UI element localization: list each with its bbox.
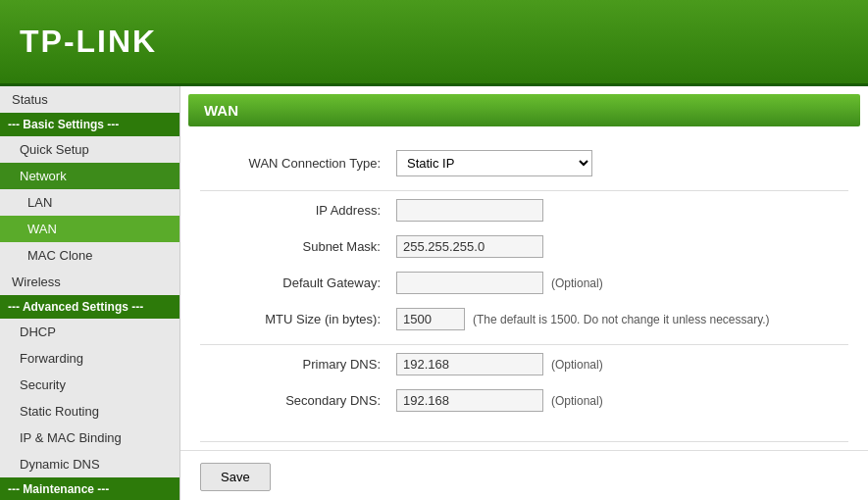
sidebar-item-wan[interactable]: WAN (0, 216, 179, 242)
secondary-dns-row: Secondary DNS: (Optional) (200, 389, 848, 412)
secondary-dns-input[interactable] (396, 389, 543, 412)
sidebar-item-security[interactable]: Security (0, 372, 179, 398)
sidebar-item-forwarding[interactable]: Forwarding (0, 345, 179, 372)
sidebar-item-status[interactable]: Status (0, 86, 179, 113)
mtu-note: (The default is 1500. Do not change it u… (473, 313, 770, 326)
default-gateway-control: (Optional) (396, 272, 603, 294)
mtu-control: (The default is 1500. Do not change it u… (396, 308, 770, 330)
sidebar-item-quick-setup[interactable]: Quick Setup (0, 136, 179, 163)
save-button[interactable]: Save (200, 463, 271, 491)
default-gateway-row: Default Gateway: (Optional) (200, 272, 848, 294)
sidebar-item-wireless[interactable]: Wireless (0, 269, 179, 295)
sidebar-section-maintenance: --- Maintenance --- (0, 477, 179, 500)
sidebar-item-lan[interactable]: LAN (0, 189, 179, 216)
default-gateway-input[interactable] (396, 272, 543, 294)
primary-dns-label: Primary DNS: (200, 357, 396, 372)
secondary-dns-label: Secondary DNS: (200, 393, 396, 408)
wan-connection-type-label: WAN Connection Type: (200, 156, 396, 171)
sidebar-item-ip-mac-binding[interactable]: IP & MAC Binding (0, 425, 179, 451)
wan-connection-type-select[interactable]: Dynamic IP Static IP PPPoE L2TP PPTP (396, 150, 592, 176)
mtu-input[interactable] (396, 308, 465, 330)
ip-address-input[interactable] (396, 199, 543, 222)
header: TP-LINK (0, 0, 868, 86)
mtu-label: MTU Size (in bytes): (200, 312, 396, 326)
tp-link-logo: TP-LINK (20, 24, 157, 60)
subnet-mask-input[interactable] (396, 235, 543, 258)
secondary-dns-control: (Optional) (396, 389, 603, 412)
sidebar-item-dhcp[interactable]: DHCP (0, 319, 179, 345)
sidebar-item-static-routing[interactable]: Static Routing (0, 398, 179, 425)
sidebar-item-dynamic-dns[interactable]: Dynamic DNS (0, 451, 179, 477)
primary-dns-optional: (Optional) (551, 358, 603, 372)
default-gateway-optional: (Optional) (551, 276, 603, 290)
sidebar: Status --- Basic Settings --- Quick Setu… (0, 86, 180, 500)
subnet-mask-control (396, 235, 543, 258)
sidebar-item-mac-clone[interactable]: MAC Clone (0, 242, 179, 269)
subnet-mask-label: Subnet Mask: (200, 239, 396, 254)
wan-connection-type-control: Dynamic IP Static IP PPPoE L2TP PPTP (396, 150, 592, 176)
wan-form: WAN Connection Type: Dynamic IP Static I… (180, 134, 868, 441)
wan-connection-type-row: WAN Connection Type: Dynamic IP Static I… (200, 150, 848, 176)
ip-address-control (396, 199, 543, 222)
mtu-row: MTU Size (in bytes): (The default is 150… (200, 308, 848, 330)
primary-dns-input[interactable] (396, 353, 543, 375)
secondary-dns-optional: (Optional) (551, 394, 603, 408)
sidebar-section-advanced: --- Advanced Settings --- (0, 295, 179, 319)
wan-title: WAN (188, 94, 860, 126)
primary-dns-row: Primary DNS: (Optional) (200, 353, 848, 375)
ip-address-row: IP Address: (200, 199, 848, 222)
primary-dns-control: (Optional) (396, 353, 603, 375)
sidebar-item-network[interactable]: Network (0, 163, 179, 189)
save-area: Save (180, 450, 868, 500)
main-content: WAN WAN Connection Type: Dynamic IP Stat… (180, 86, 868, 500)
layout: Status --- Basic Settings --- Quick Setu… (0, 86, 868, 500)
ip-address-label: IP Address: (200, 203, 396, 218)
default-gateway-label: Default Gateway: (200, 275, 396, 290)
subnet-mask-row: Subnet Mask: (200, 235, 848, 258)
sidebar-section-basic: --- Basic Settings --- (0, 113, 179, 136)
